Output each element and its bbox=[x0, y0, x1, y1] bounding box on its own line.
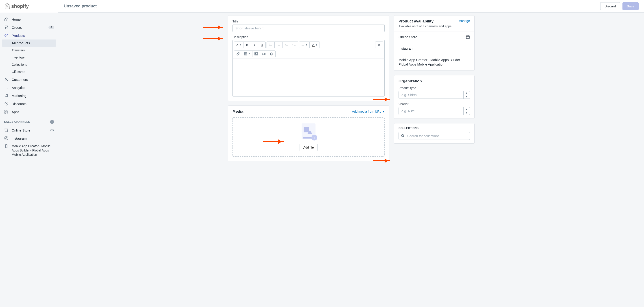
shopify-logo: S shopify bbox=[4, 3, 29, 9]
svg-text:S: S bbox=[6, 5, 8, 8]
logo-text: shopify bbox=[11, 3, 29, 9]
page-title: Unsaved product bbox=[64, 4, 97, 8]
discard-button[interactable]: Discard bbox=[600, 2, 620, 10]
pagebar: Unsaved product Discard Save bbox=[58, 0, 644, 12]
shopify-bag-icon: S bbox=[4, 3, 10, 9]
save-button[interactable]: Save bbox=[622, 2, 638, 10]
